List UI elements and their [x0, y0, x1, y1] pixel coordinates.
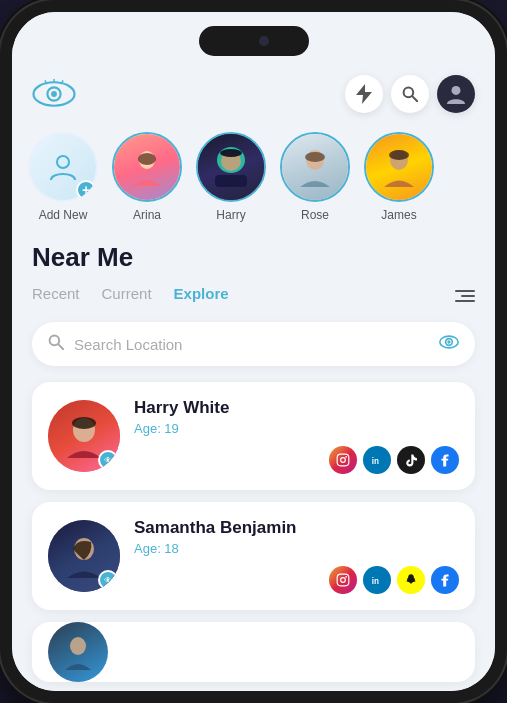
story-label-james: James — [381, 208, 416, 222]
svg-text:in: in — [372, 457, 379, 466]
snapchat-icon-samantha[interactable] — [397, 566, 425, 594]
svg-point-18 — [305, 152, 325, 162]
facebook-svg-s — [439, 573, 451, 587]
person-name-samantha: Samantha Benjamin — [134, 518, 459, 538]
search-icon-top — [402, 86, 418, 102]
svg-rect-28 — [337, 454, 349, 466]
harry-white-avatar — [65, 414, 103, 458]
svg-point-30 — [345, 456, 347, 458]
tiktok-svg — [405, 453, 417, 467]
svg-text:in: in — [372, 577, 379, 586]
svg-point-37 — [70, 637, 86, 655]
harry-silhouette — [213, 147, 249, 187]
tab-current[interactable]: Current — [102, 285, 152, 306]
flash-button[interactable] — [345, 75, 383, 113]
svg-rect-33 — [337, 574, 349, 586]
instagram-icon-harry[interactable] — [329, 446, 357, 474]
eye-button[interactable] — [439, 335, 459, 353]
story-label-harry: Harry — [216, 208, 245, 222]
flash-icon — [356, 84, 372, 104]
profile-button[interactable] — [437, 75, 475, 113]
search-button[interactable] — [391, 75, 429, 113]
arina-silhouette — [131, 148, 163, 186]
person-avatar-samantha: 👁 — [48, 520, 120, 592]
person-avatar-harry-white: 👁 — [48, 400, 120, 472]
story-harry[interactable]: Harry — [196, 132, 266, 222]
social-icons-samantha: in — [134, 566, 459, 594]
tiktok-icon-harry[interactable] — [397, 446, 425, 474]
harry-white-badge: 👁 — [98, 450, 118, 470]
linkedin-icon-samantha[interactable]: in — [363, 566, 391, 594]
instagram-svg-s — [336, 573, 350, 587]
near-me-title: Near Me — [32, 242, 475, 273]
story-label-arina: Arina — [133, 208, 161, 222]
linkedin-svg-s: in — [370, 573, 384, 587]
screen-content: + Add New Ar — [12, 12, 495, 691]
top-bar — [12, 72, 495, 116]
svg-line-22 — [58, 344, 63, 349]
story-rose[interactable]: Rose — [280, 132, 350, 222]
filter-button[interactable] — [455, 290, 475, 302]
tab-recent[interactable]: Recent — [32, 285, 80, 306]
camera-dot — [259, 36, 269, 46]
person-card-partial[interactable] — [32, 622, 475, 682]
svg-point-10 — [57, 156, 69, 168]
facebook-svg — [439, 453, 451, 467]
third-person-avatar — [63, 634, 93, 670]
story-avatar-rose — [280, 132, 350, 202]
svg-point-9 — [452, 86, 461, 95]
facebook-icon-samantha[interactable] — [431, 566, 459, 594]
social-icons-harry-white: in — [134, 446, 459, 474]
svg-point-27 — [72, 417, 96, 429]
linkedin-icon-harry[interactable]: in — [363, 446, 391, 474]
story-avatar-harry — [196, 132, 266, 202]
person-card-harry-white[interactable]: 👁 Harry White Age: 19 — [32, 382, 475, 490]
svg-point-12 — [138, 153, 156, 165]
story-arina[interactable]: Arina — [112, 132, 182, 222]
snapchat-svg — [404, 573, 418, 587]
phone-frame: + Add New Ar — [0, 0, 507, 703]
story-label-add-new: Add New — [39, 208, 88, 222]
story-add-new[interactable]: + Add New — [28, 132, 98, 222]
story-avatar-arina — [112, 132, 182, 202]
svg-line-8 — [412, 96, 417, 101]
near-me-section: Near Me Recent Current Explore — [12, 242, 495, 682]
rose-silhouette — [298, 147, 332, 187]
samantha-avatar — [65, 534, 103, 578]
facebook-icon-harry[interactable] — [431, 446, 459, 474]
svg-point-35 — [345, 576, 347, 578]
person-outline-icon — [48, 152, 78, 182]
stories-row: + Add New Ar — [12, 132, 495, 222]
tab-explore[interactable]: Explore — [174, 285, 229, 306]
linkedin-svg: in — [370, 453, 384, 467]
add-plus-badge: + — [76, 180, 96, 200]
instagram-icon-samantha[interactable] — [329, 566, 357, 594]
app-logo — [32, 72, 76, 116]
samantha-badge: 👁 — [98, 570, 118, 590]
search-bar[interactable]: Search Location — [32, 322, 475, 366]
eye-logo-svg — [32, 79, 76, 109]
eye-icon — [439, 335, 459, 349]
phone-screen: + Add New Ar — [12, 12, 495, 691]
story-avatar-james — [364, 132, 434, 202]
add-new-avatar: + — [28, 132, 98, 202]
person-info-samantha: Samantha Benjamin Age: 18 — [134, 518, 459, 594]
search-bar-icon — [48, 334, 64, 354]
story-james[interactable]: James — [364, 132, 434, 222]
svg-point-25 — [447, 340, 450, 343]
person-age-harry-white: Age: 19 — [134, 421, 459, 436]
profile-icon — [447, 84, 465, 104]
svg-point-20 — [389, 150, 409, 160]
person-name-harry-white: Harry White — [134, 398, 459, 418]
james-silhouette — [382, 147, 416, 187]
search-location-input[interactable]: Search Location — [74, 336, 439, 353]
dynamic-island — [199, 26, 309, 56]
svg-point-34 — [341, 578, 346, 583]
svg-marker-6 — [356, 84, 372, 104]
svg-point-2 — [51, 91, 57, 97]
person-age-samantha: Age: 18 — [134, 541, 459, 556]
svg-point-29 — [341, 458, 346, 463]
top-actions — [345, 75, 475, 113]
person-avatar-third — [48, 622, 108, 682]
person-card-samantha[interactable]: 👁 Samantha Benjamin Age: 18 — [32, 502, 475, 610]
